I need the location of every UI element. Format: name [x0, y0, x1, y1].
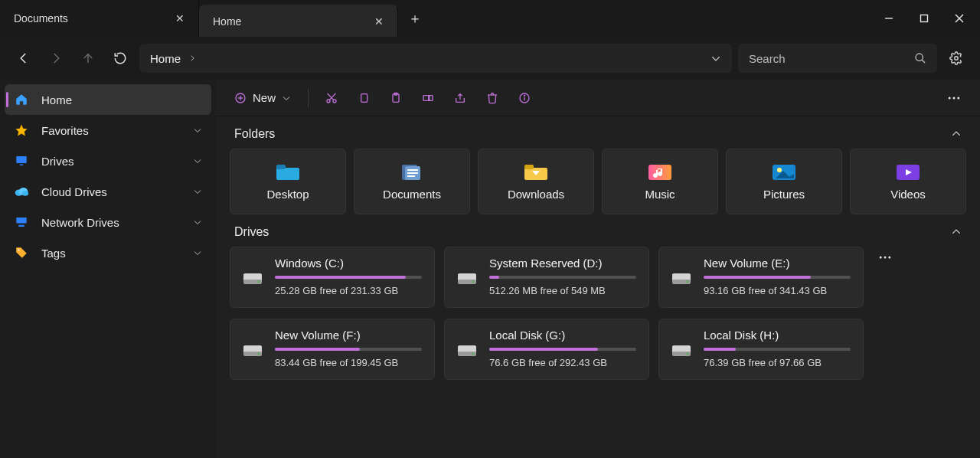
window-controls: [871, 0, 980, 37]
drive-card[interactable]: Local Disk (H:)76.39 GB free of 97.66 GB: [658, 319, 864, 380]
close-icon[interactable]: ✕: [374, 15, 384, 28]
plus-circle-icon: [234, 92, 247, 104]
sidebar-item-label: Drives: [41, 155, 74, 168]
refresh-button[interactable]: [107, 45, 133, 71]
folder-downloads[interactable]: Downloads: [478, 149, 594, 214]
settings-button[interactable]: [943, 45, 969, 71]
section-title: Drives: [234, 225, 269, 239]
sidebar-item-drives[interactable]: Drives: [5, 146, 211, 176]
drive-card[interactable]: New Volume (E:)93.16 GB free of 341.43 G…: [658, 247, 864, 308]
search-icon: [914, 52, 926, 64]
sidebar-item-label: Home: [41, 93, 72, 106]
svg-point-66: [472, 353, 475, 355]
sidebar-item-network-drives[interactable]: Network Drives: [5, 207, 211, 237]
properties-button[interactable]: [511, 85, 538, 111]
svg-rect-15: [18, 225, 24, 227]
svg-rect-14: [16, 218, 27, 224]
svg-rect-40: [407, 169, 418, 171]
folders-section-header[interactable]: Folders: [230, 116, 966, 149]
back-button[interactable]: [11, 45, 37, 71]
search-input[interactable]: Search: [738, 44, 937, 73]
chevron-up-icon: [951, 227, 962, 237]
sidebar-item-label: Favorites: [41, 124, 89, 137]
disk-icon: [243, 270, 263, 286]
drive-name: Windows (C:): [275, 257, 422, 270]
share-icon: [454, 92, 466, 104]
sidebar-item-cloud-drives[interactable]: Cloud Drives: [5, 176, 211, 207]
drives-grid: Windows (C:)25.28 GB free of 231.33 GBSy…: [230, 247, 864, 380]
tab-documents[interactable]: Documents ✕: [0, 0, 199, 37]
folder-desktop[interactable]: Desktop: [230, 149, 346, 214]
drive-card[interactable]: New Volume (F:)83.44 GB free of 199.45 G…: [230, 319, 435, 380]
drive-usage-bar: [489, 276, 636, 279]
cut-button[interactable]: [318, 85, 345, 111]
maximize-button[interactable]: [906, 0, 942, 37]
drive-card[interactable]: System Reserved (D:)512.26 MB free of 54…: [444, 247, 649, 308]
music-folder-icon: [647, 163, 673, 182]
new-tab-button[interactable]: ＋: [398, 0, 432, 37]
svg-point-72: [888, 257, 890, 259]
sidebar-item-tags[interactable]: Tags: [5, 237, 211, 268]
content: New: [216, 80, 980, 458]
breadcrumb-segment: Home: [150, 52, 181, 65]
svg-rect-10: [20, 165, 24, 166]
delete-button[interactable]: [479, 85, 506, 111]
svg-marker-8: [16, 125, 28, 136]
folder-documents[interactable]: Documents: [354, 149, 470, 214]
svg-point-48: [777, 168, 782, 172]
pictures-folder-icon: [771, 163, 797, 182]
up-button[interactable]: [75, 45, 101, 71]
tab-home[interactable]: Home ✕: [199, 5, 398, 37]
toolbar: New: [216, 80, 980, 116]
chevron-down-icon[interactable]: [710, 53, 721, 64]
more-button[interactable]: [939, 85, 969, 111]
breadcrumb[interactable]: Home: [139, 44, 732, 73]
folders-grid: DesktopDocumentsDownloadsMusicPicturesVi…: [230, 149, 966, 214]
svg-point-33: [949, 97, 951, 99]
close-icon[interactable]: ✕: [175, 12, 185, 25]
rename-button[interactable]: [414, 85, 442, 111]
svg-rect-44: [524, 165, 534, 169]
more-icon: [877, 250, 893, 265]
svg-point-32: [524, 95, 524, 96]
minimize-button[interactable]: [871, 0, 906, 37]
svg-rect-41: [407, 172, 418, 174]
drive-usage-bar: [275, 276, 422, 279]
drives-section-header[interactable]: Drives: [230, 214, 966, 247]
sidebar-item-favorites[interactable]: Favorites: [5, 115, 211, 146]
copy-button[interactable]: [350, 85, 377, 111]
drive-card[interactable]: Local Disk (G:)76.6 GB free of 292.43 GB: [444, 319, 649, 380]
sidebar-item-home[interactable]: Home: [5, 84, 211, 115]
drive-free-text: 76.6 GB free of 292.43 GB: [489, 357, 636, 368]
drive-card[interactable]: Windows (C:)25.28 GB free of 231.33 GB: [230, 247, 435, 308]
tab-label: Home: [213, 15, 241, 28]
paste-button[interactable]: [382, 85, 410, 111]
folder-music[interactable]: Music: [602, 149, 718, 214]
folder-label: Pictures: [763, 188, 805, 201]
drive-free-text: 25.28 GB free of 231.33 GB: [275, 285, 422, 296]
svg-point-34: [953, 97, 956, 99]
forward-button[interactable]: [43, 45, 69, 71]
svg-line-6: [922, 60, 925, 63]
drive-free-text: 512.26 MB free of 549 MB: [489, 285, 636, 296]
drives-more-button[interactable]: [877, 250, 893, 265]
section-title: Folders: [234, 127, 275, 141]
svg-rect-24: [361, 93, 368, 102]
chevron-down-icon: [193, 248, 202, 257]
cut-icon: [325, 92, 338, 104]
folder-label: Downloads: [508, 188, 564, 201]
chevron-down-icon: [193, 218, 202, 227]
svg-point-16: [18, 249, 19, 250]
share-button[interactable]: [446, 85, 474, 111]
close-window-button[interactable]: [942, 0, 977, 37]
trash-icon: [486, 92, 498, 104]
chevron-right-icon: [188, 54, 196, 62]
folder-pictures[interactable]: Pictures: [726, 149, 842, 214]
star-icon: [14, 123, 29, 137]
svg-point-60: [687, 281, 689, 283]
svg-rect-42: [407, 175, 415, 177]
new-button[interactable]: New: [227, 85, 299, 111]
more-icon: [946, 90, 962, 106]
svg-point-71: [884, 257, 887, 259]
folder-videos[interactable]: Videos: [850, 149, 966, 214]
